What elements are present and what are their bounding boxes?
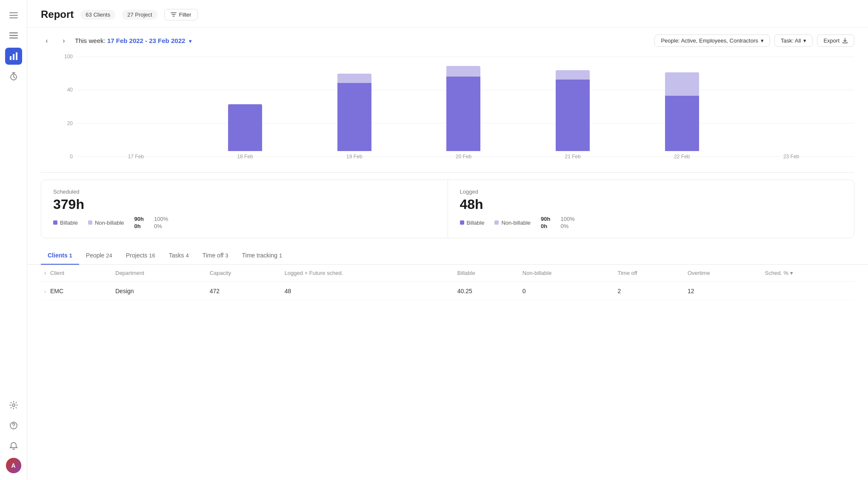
bar-18feb: 18 Feb	[224, 104, 266, 160]
tab-tasks[interactable]: Tasks 4	[162, 247, 196, 265]
svg-rect-1	[9, 15, 18, 16]
date-chevron-icon: ▾	[189, 38, 191, 44]
svg-rect-2	[9, 17, 18, 18]
bar-chart: 100 40 20 0	[41, 54, 854, 173]
list-icon[interactable]	[5, 27, 22, 44]
clients-badge[interactable]: 63 Clients	[80, 10, 115, 20]
tabs-row: Clients 1 People 24 Projects 16 Tasks 4 …	[27, 247, 868, 265]
col-billable: Billable	[454, 265, 519, 282]
cell-non-billable: 0	[519, 282, 614, 301]
tab-time-off[interactable]: Time off 3	[196, 247, 235, 265]
svg-rect-4	[9, 35, 18, 36]
bar-23feb: 23 Feb	[770, 151, 813, 160]
col-sched-pct[interactable]: Sched. % ▾	[762, 265, 854, 282]
bell-icon[interactable]	[5, 437, 22, 454]
bar-19feb: 19 Feb	[333, 74, 376, 160]
filter-button[interactable]: Filter	[164, 9, 198, 20]
logged-billable-stats: 90h 0h	[541, 216, 550, 229]
help-icon[interactable]	[5, 417, 22, 434]
bar-bottom-21feb	[556, 80, 590, 151]
bar-stack-19feb	[337, 74, 371, 151]
bar-stack-21feb	[556, 70, 590, 151]
table-row: › EMC Design 472 48 40.25 0 2 12	[41, 282, 854, 301]
projects-badge[interactable]: 27 Project	[122, 10, 157, 20]
expand-icon: ›	[44, 270, 46, 276]
svg-rect-3	[9, 32, 18, 34]
timer-icon[interactable]	[5, 68, 22, 85]
bars-wrapper: 17 Feb 18 Feb 19 Feb	[73, 54, 854, 160]
filter-icon	[171, 11, 177, 17]
scheduled-value: 379h	[53, 197, 436, 212]
svg-point-12	[13, 427, 14, 428]
bar-top-21feb	[556, 70, 590, 80]
bar-17feb: 17 Feb	[114, 151, 157, 160]
logged-pct-stats: 100% 0%	[560, 216, 574, 229]
svg-rect-8	[16, 52, 17, 60]
date-nav-right: People: Active, Employees, Contractors ▾…	[654, 34, 854, 47]
table-container: › Client Department Capacity Logged + Fu…	[27, 265, 868, 301]
logged-label: Logged	[460, 189, 842, 195]
tab-people[interactable]: People 24	[79, 247, 119, 265]
bar-stack-22feb	[665, 72, 699, 151]
chart-bar-icon[interactable]	[5, 48, 22, 65]
sched-sort-icon: ▾	[790, 270, 793, 276]
chart-container: 100 40 20 0	[27, 54, 868, 173]
scheduled-billable-stats: 90h 0h	[134, 216, 144, 229]
logged-card: Logged 48h Billable Non-billable 90h 0h …	[448, 180, 854, 238]
col-capacity: Capacity	[206, 265, 281, 282]
col-logged-future: Logged + Future sched.	[281, 265, 454, 282]
task-filter-button[interactable]: Task: All ▾	[774, 34, 813, 47]
summary-row: Scheduled 379h Billable Non-billable 90h…	[41, 180, 854, 238]
svg-rect-5	[9, 37, 18, 39]
cell-sched-pct	[762, 282, 854, 301]
cell-overtime: 12	[684, 282, 762, 301]
scheduled-nonbillable-legend: Non-billable	[88, 220, 124, 226]
bar-bottom-22feb	[665, 96, 699, 151]
bar-top-20feb	[446, 66, 480, 77]
bar-bottom-18feb	[228, 104, 262, 151]
tab-projects[interactable]: Projects 16	[119, 247, 162, 265]
people-filter-button[interactable]: People: Active, Employees, Contractors ▾	[654, 34, 770, 47]
col-overtime: Overtime	[684, 265, 762, 282]
cell-time-off: 2	[614, 282, 684, 301]
bar-top-19feb	[337, 74, 371, 83]
col-client: › Client	[41, 265, 112, 282]
date-range-picker[interactable]: 17 Feb 2022 - 23 Feb 2022 ▾	[107, 37, 191, 44]
cell-department: Design	[112, 282, 206, 301]
export-button[interactable]: Export	[817, 34, 854, 47]
row-expand-icon[interactable]: ›	[44, 289, 46, 294]
logged-details: Billable Non-billable 90h 0h 100% 0%	[460, 216, 842, 229]
prev-week-button[interactable]: ‹	[41, 35, 53, 47]
svg-rect-6	[10, 56, 11, 60]
next-week-button[interactable]: ›	[58, 35, 70, 47]
logged-billable-dot	[460, 220, 464, 225]
bar-top-22feb	[665, 72, 699, 96]
svg-rect-0	[9, 12, 18, 13]
date-nav-left: ‹ › This week: 17 Feb 2022 - 23 Feb 2022…	[41, 35, 191, 47]
svg-rect-7	[13, 54, 14, 60]
logged-billable-legend: Billable	[460, 220, 485, 226]
scheduled-label: Scheduled	[53, 189, 436, 195]
bar-stack-18feb	[228, 104, 262, 151]
cell-client: › EMC	[41, 282, 112, 301]
col-time-off: Time off	[614, 265, 684, 282]
settings-icon[interactable]	[5, 397, 22, 414]
scheduled-details: Billable Non-billable 90h 0h 100% 0%	[53, 216, 436, 229]
page-title: Report	[41, 9, 74, 20]
menu-icon[interactable]	[5, 7, 22, 24]
task-chevron-icon: ▾	[803, 37, 806, 44]
date-range-label: This week: 17 Feb 2022 - 23 Feb 2022 ▾	[75, 37, 191, 44]
date-navigation: ‹ › This week: 17 Feb 2022 - 23 Feb 2022…	[27, 28, 868, 54]
cell-capacity: 472	[206, 282, 281, 301]
logged-value: 48h	[460, 197, 842, 212]
avatar[interactable]: A	[6, 458, 21, 473]
table-header-row: › Client Department Capacity Logged + Fu…	[41, 265, 854, 282]
billable-dot	[53, 220, 57, 225]
report-table: › Client Department Capacity Logged + Fu…	[41, 265, 854, 301]
tab-time-tracking[interactable]: Time tracking 1	[235, 247, 289, 265]
scheduled-pct-stats: 100% 0%	[154, 216, 168, 229]
bar-stack-20feb	[446, 66, 480, 151]
bar-22feb: 22 Feb	[661, 72, 703, 160]
tab-clients[interactable]: Clients 1	[41, 247, 79, 265]
sidebar: A	[0, 0, 27, 480]
